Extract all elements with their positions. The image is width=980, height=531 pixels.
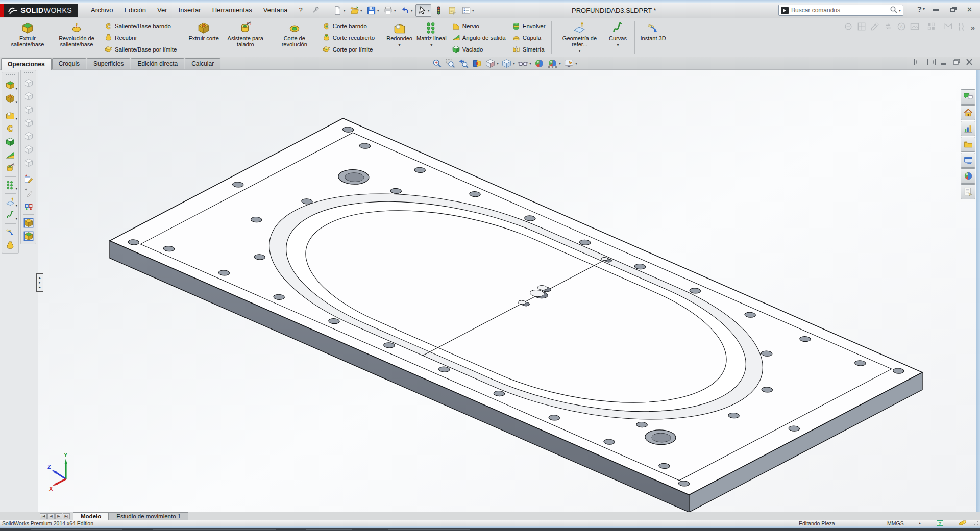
section-view-button[interactable] bbox=[471, 58, 483, 69]
hide-show-items-button[interactable]: ▾ bbox=[517, 58, 532, 69]
draft-button[interactable]: Ángulo de salida bbox=[449, 32, 509, 43]
fillet-button[interactable]: Redondeo▾ bbox=[384, 20, 414, 56]
search-magnifier-icon[interactable] bbox=[890, 6, 898, 15]
home-tab[interactable] bbox=[961, 105, 975, 120]
file-explorer-tab[interactable] bbox=[961, 153, 975, 168]
status-units[interactable]: MMGS bbox=[887, 520, 904, 526]
dropdown-icon[interactable]: ▾ bbox=[411, 8, 413, 13]
help-menu[interactable]: ? ▾ bbox=[917, 5, 925, 13]
loft-boss-button[interactable]: Recubrir bbox=[101, 32, 180, 43]
toolbar-grip[interactable] bbox=[24, 72, 33, 75]
options-button[interactable] bbox=[446, 4, 459, 17]
mate-tool-button[interactable] bbox=[21, 199, 36, 213]
dome-button[interactable]: Cúpula bbox=[509, 32, 549, 43]
draft-button[interactable] bbox=[3, 148, 17, 162]
hole-wizard-button[interactable]: Asistente para taladro bbox=[221, 20, 270, 56]
search-dropdown-icon[interactable]: ▾ bbox=[899, 8, 901, 13]
part-model[interactable] bbox=[38, 70, 976, 512]
menu-edicin[interactable]: Edición bbox=[118, 3, 152, 18]
dropdown-icon[interactable]: ▾ bbox=[472, 8, 474, 13]
restore-pane-button[interactable] bbox=[953, 59, 961, 67]
comments-tab[interactable] bbox=[961, 89, 975, 105]
status-tag-icon[interactable] bbox=[959, 520, 967, 526]
menu-?[interactable]: ? bbox=[293, 3, 308, 18]
close-button[interactable]: × bbox=[963, 5, 976, 14]
dropdown-icon[interactable]: ▾ bbox=[529, 61, 531, 66]
dropdown-icon[interactable]: ▾ bbox=[15, 187, 17, 191]
menu-herramientas[interactable]: Herramientas bbox=[207, 3, 258, 18]
dropdown-icon[interactable]: ▾ bbox=[394, 8, 396, 13]
units-dropdown-icon[interactable]: ▴ bbox=[919, 521, 921, 525]
menu-ventana[interactable]: Ventana bbox=[258, 3, 293, 18]
orientation-cube-4-button[interactable] bbox=[21, 116, 36, 130]
dropdown-icon[interactable]: ▾ bbox=[360, 8, 362, 13]
boundary-boss-button[interactable]: Saliente/Base por límite bbox=[101, 44, 180, 55]
rib-button[interactable]: Nervio bbox=[449, 21, 509, 32]
curves-button[interactable]: Curvas▾ bbox=[604, 20, 631, 56]
ref-geometry-button[interactable]: Geometría de refer...▾ bbox=[555, 20, 604, 56]
dropdown-icon[interactable]: ▾ bbox=[15, 117, 17, 121]
orientation-cube-2-button[interactable] bbox=[21, 90, 36, 103]
swept-cut-button[interactable]: Corte barrido bbox=[319, 21, 378, 32]
sketch-3d-button[interactable] bbox=[21, 186, 36, 199]
menu-insertar[interactable]: Insertar bbox=[173, 3, 207, 18]
dropdown-icon[interactable]: ▾ bbox=[15, 100, 17, 104]
instant3d-button[interactable]: Instant 3D bbox=[638, 20, 668, 56]
loft-cut-button[interactable]: Corte recubierto bbox=[319, 32, 378, 43]
curves-button[interactable]: ▾ bbox=[3, 209, 17, 222]
hole-wizard-button[interactable] bbox=[3, 162, 17, 175]
dropdown-icon[interactable]: ▾ bbox=[497, 61, 499, 66]
tab-nav-next-button[interactable]: ▶ bbox=[55, 513, 62, 519]
extrude-boss-button[interactable]: ▾ bbox=[3, 79, 17, 92]
dropdown-icon[interactable]: ▾ bbox=[15, 87, 17, 91]
graphics-viewport[interactable]: YZX bbox=[38, 70, 976, 512]
extrude-boss-button[interactable]: Extruir saliente/base bbox=[3, 20, 52, 56]
model-tab-modelo[interactable]: Modelo bbox=[73, 512, 109, 520]
minimize-pane-button[interactable] bbox=[941, 59, 948, 67]
dropdown-icon[interactable]: ▾ bbox=[430, 42, 432, 48]
zoom-to-fit-button[interactable] bbox=[431, 58, 443, 69]
tab-operaciones[interactable]: Operaciones bbox=[1, 58, 52, 70]
search-input[interactable] bbox=[791, 7, 886, 14]
revolve-cut-button[interactable]: Corte de revolución bbox=[270, 20, 319, 56]
status-help-icon[interactable]: ? bbox=[937, 520, 943, 526]
extrude-cut-button[interactable]: Extruir corte bbox=[186, 20, 220, 56]
shell-button[interactable]: Vaciado bbox=[449, 44, 509, 55]
apply-scene-button[interactable]: ▾ bbox=[547, 58, 561, 69]
orientation-cube-3-button[interactable] bbox=[21, 103, 36, 116]
boundary-cut-button[interactable]: Corte por límite bbox=[319, 44, 378, 55]
orientation-cube-1-button[interactable] bbox=[21, 77, 36, 90]
menu-archivo[interactable]: Archivo bbox=[85, 3, 118, 18]
instant3d-button[interactable] bbox=[3, 225, 17, 239]
tab-croquis[interactable]: Croquis bbox=[52, 58, 86, 69]
model-tab-estudio-de-movimiento-1[interactable]: Estudio de movimiento 1 bbox=[109, 512, 188, 520]
ref-geometry-button[interactable]: ▾ bbox=[3, 195, 17, 209]
edit-appearance-button[interactable] bbox=[533, 58, 545, 69]
dropdown-icon[interactable]: ▾ bbox=[559, 61, 561, 66]
tab-nav-last-button[interactable]: ▶| bbox=[63, 513, 70, 519]
view-settings-button[interactable]: ▾ bbox=[563, 58, 578, 69]
edit-sketch-button[interactable] bbox=[21, 173, 36, 186]
previous-view-button[interactable] bbox=[458, 58, 470, 69]
dropdown-icon[interactable]: ▾ bbox=[575, 61, 577, 66]
restore-button[interactable] bbox=[946, 5, 959, 14]
save-button[interactable]: ▾ bbox=[365, 4, 381, 17]
revolve-boss-button[interactable]: Revolución de saliente/base bbox=[52, 20, 101, 56]
orientation-cube-7-button[interactable] bbox=[21, 156, 36, 169]
split-right-button[interactable] bbox=[927, 59, 936, 67]
dropdown-icon[interactable]: ▾ bbox=[428, 8, 430, 13]
dropdown-icon[interactable]: ▾ bbox=[15, 204, 17, 208]
extrude-cut-button[interactable]: ▾ bbox=[3, 92, 17, 105]
select-cursor-button[interactable]: ▾ bbox=[415, 4, 431, 17]
tab-nav-first-button[interactable]: |◀ bbox=[40, 513, 47, 519]
display-options-button[interactable]: ▾ bbox=[460, 4, 476, 17]
menu-ver[interactable]: Ver bbox=[152, 3, 173, 18]
swept-boss-button[interactable]: Saliente/Base barrido bbox=[101, 21, 180, 32]
design-library-tab[interactable] bbox=[961, 137, 975, 152]
new-document-button[interactable]: ▾ bbox=[331, 4, 347, 17]
appearances-tab[interactable] bbox=[961, 168, 975, 184]
tab-edición-directa[interactable]: Edición directa bbox=[131, 58, 184, 69]
shell-button[interactable] bbox=[3, 135, 17, 148]
close-pane-button[interactable] bbox=[966, 59, 973, 67]
boss-outline-2-button[interactable] bbox=[21, 230, 36, 243]
